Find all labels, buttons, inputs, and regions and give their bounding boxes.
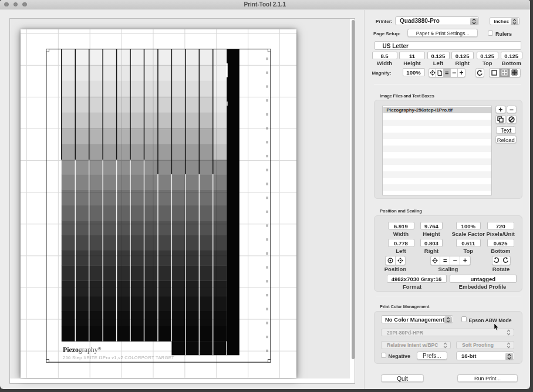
svg-text:Piezography®: Piezography® bbox=[63, 346, 102, 354]
svg-text:256 Step XRITE i1Pro v1,v2 COL: 256 Step XRITE i1Pro v1,v2 COLORPORT TAR… bbox=[63, 355, 174, 360]
